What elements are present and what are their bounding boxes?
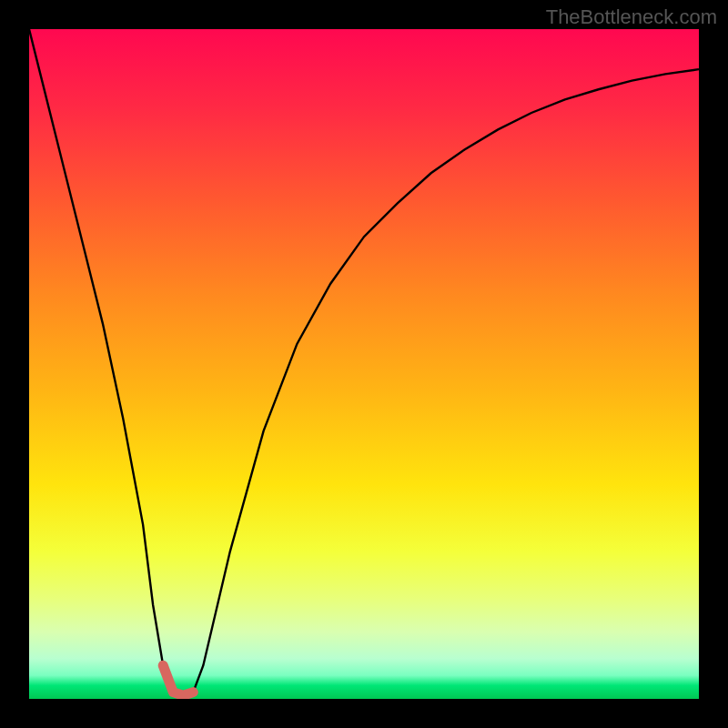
minimum-marker — [163, 665, 193, 695]
chart-plot-area — [29, 29, 699, 699]
bottleneck-curve — [29, 29, 699, 699]
series-line — [29, 29, 699, 695]
attribution-text: TheBottleneck.com — [546, 5, 717, 29]
